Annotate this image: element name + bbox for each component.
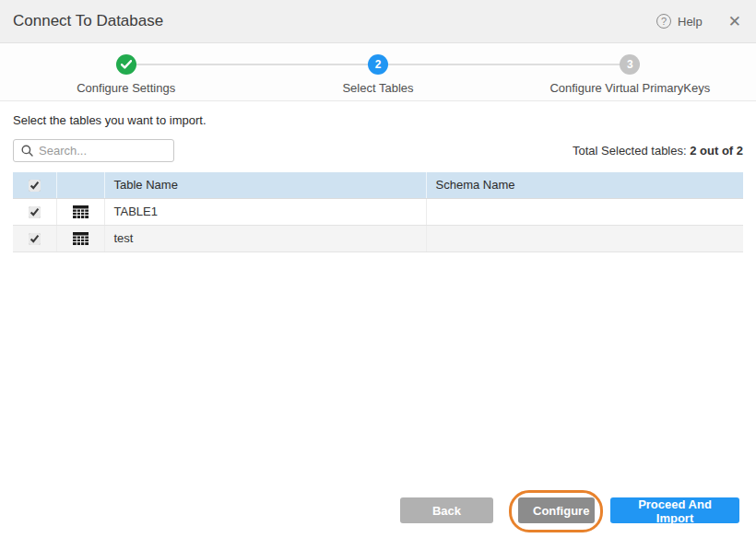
step3-number: 3 (620, 54, 640, 75)
close-icon[interactable]: ✕ (728, 14, 741, 29)
table-grid-icon (73, 232, 89, 245)
search-icon (21, 145, 33, 157)
column-header-table-name: Table Name (104, 172, 426, 198)
step3-label: Configure Virtual PrimaryKeys (549, 81, 710, 95)
table-row[interactable]: TABLE1 (13, 198, 743, 225)
step2-number: 2 (368, 54, 388, 75)
column-header-schema-name: Schema Name (426, 172, 743, 198)
table-header-row: Table Name Schema Name (13, 172, 743, 198)
table-name-cell: TABLE1 (104, 198, 426, 225)
select-all-checkbox[interactable] (29, 180, 41, 192)
help-label: Help (678, 15, 703, 29)
search-input[interactable] (39, 144, 166, 158)
dialog-title: Connect To Database (13, 12, 656, 30)
table-grid-icon (73, 205, 89, 218)
step-configure-settings: Configure Settings (0, 43, 252, 100)
stepper: Configure Settings 2 Select Tables 3 Con… (0, 43, 756, 101)
total-selected-value: 2 out of 2 (690, 144, 743, 158)
row-checkbox[interactable] (29, 233, 41, 245)
instruction-text: Select the tables you want to import. (13, 113, 743, 127)
step-select-tables: 2 Select Tables (252, 43, 503, 100)
schema-name-cell (426, 198, 743, 225)
total-selected-label: Total Selected tables: (573, 144, 690, 158)
footer-actions: Back Configure Proceed And Import (0, 483, 756, 538)
search-box[interactable] (13, 139, 174, 162)
row-checkbox[interactable] (29, 206, 41, 218)
help-icon: ? (656, 14, 671, 29)
step2-label: Select Tables (342, 81, 413, 95)
step-configure-virtual-primarykeys: 3 Configure Virtual PrimaryKeys (504, 43, 756, 100)
dialog-titlebar: Connect To Database ? Help ✕ (0, 0, 756, 43)
table-name-cell: test (104, 225, 426, 251)
table-row[interactable]: test (13, 225, 743, 251)
configure-button[interactable]: Configure (518, 497, 595, 523)
icon-column-header (56, 172, 104, 198)
schema-name-cell (426, 225, 743, 251)
back-button[interactable]: Back (400, 497, 493, 523)
help-button[interactable]: ? Help (656, 14, 703, 29)
check-icon (121, 60, 132, 69)
proceed-and-import-button[interactable]: Proceed And Import (610, 497, 739, 523)
step1-completed-indicator (116, 54, 136, 75)
total-selected-tables: Total Selected tables: 2 out of 2 (573, 144, 743, 158)
tables-list: Table Name Schema Name (13, 172, 743, 252)
step1-label: Configure Settings (77, 81, 175, 95)
